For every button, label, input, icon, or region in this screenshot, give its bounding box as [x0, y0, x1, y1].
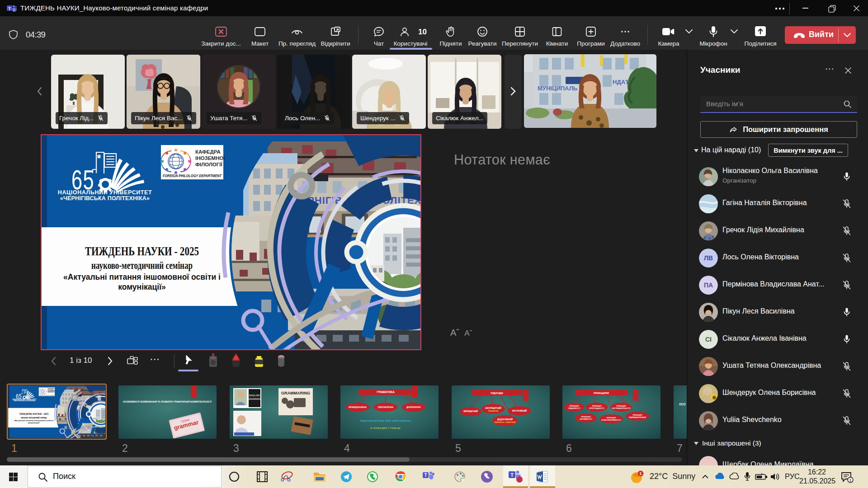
svg-text:GRAMMAR: GRAMMAR: [248, 398, 261, 400]
svg-text:ГРАМАТИКА: ГРАМАТИКА: [377, 390, 395, 394]
svg-text:GRAMMARING: GRAMMARING: [281, 391, 310, 395]
svg-text:1: 1: [639, 471, 642, 476]
svg-text:АКТИВНОСТІ: АКТИВНОСТІ: [580, 418, 592, 420]
svg-text:(правила): (правила): [488, 410, 498, 412]
svg-text:T: T: [8, 6, 11, 11]
svg-text:ПІДХОДИ: ПІДХОДИ: [491, 392, 503, 394]
svg-text:ФУНКЦІОНАЛЬНА: ФУНКЦІОНАЛЬНА: [349, 406, 367, 408]
svg-text:СИСТЕМАТИЧНОСТІ: СИСТЕМАТИЧНОСТІ: [612, 407, 631, 409]
svg-text:ДЕДУКТИВНИЙ: ДЕДУКТИВНИЙ: [497, 418, 513, 421]
svg-text:ПРИНЦИПИ: ПРИНЦИПИ: [594, 392, 609, 394]
svg-text:ОСОБЛИВОСТІ ФОРМУВАННЯ ТА РОЗВ: ОСОБЛИВОСТІ ФОРМУВАННЯ ТА РОЗВИТКУ ГРАМА…: [123, 400, 212, 403]
svg-text:ОСО: ОСО: [679, 403, 686, 406]
svg-text:КОГНІТИВНИЙ: КОГНІТИВНИЙ: [512, 409, 527, 412]
svg-text:T: T: [424, 473, 427, 478]
svg-text:СВІДОМОСТІ: СВІДОМОСТІ: [568, 407, 580, 409]
svg-text:(правила + практика): (правила + практика): [495, 421, 516, 423]
svg-text:ІНДИВІДУАЛІЗАЦІЇ: ІНДИВІДУАЛІЗАЦІЇ: [629, 416, 646, 418]
svg-text:ЕКСПЛІЦИТНИЙ: ЕКСПЛІЦИТНИЙ: [485, 406, 501, 409]
svg-text:1: 1: [849, 478, 851, 483]
svg-text:МУНІЦИПАЛЬ: МУНІЦИПАЛЬ: [538, 85, 577, 92]
svg-text:ІМПЛІЦИТНИЙ: ІМПЛІЦИТНИЙ: [463, 409, 478, 413]
svg-text:ДІАХРОНІЧНА: ДІАХРОНІЧНА: [406, 406, 421, 408]
svg-text:ENGLISH: ENGLISH: [249, 394, 260, 397]
svg-text:КОМУНІКАТИВНОСТІ: КОМУНІКАТИВНОСТІ: [602, 419, 621, 421]
svg-text:СИНТАКСИЧНА: СИНТАКСИЧНА: [378, 406, 394, 408]
svg-text:T: T: [510, 472, 514, 478]
svg-text:is: iconed góze = I must go.: is: iconed góze = I must go.: [370, 427, 401, 429]
svg-text:Моделі вивчення мови: мовні зн: Моделі вивчення мови: мовні знання і мов…: [360, 419, 411, 422]
svg-text:ПРОГЛАДНОСТІ: ПРОГЛАДНОСТІ: [589, 407, 604, 409]
